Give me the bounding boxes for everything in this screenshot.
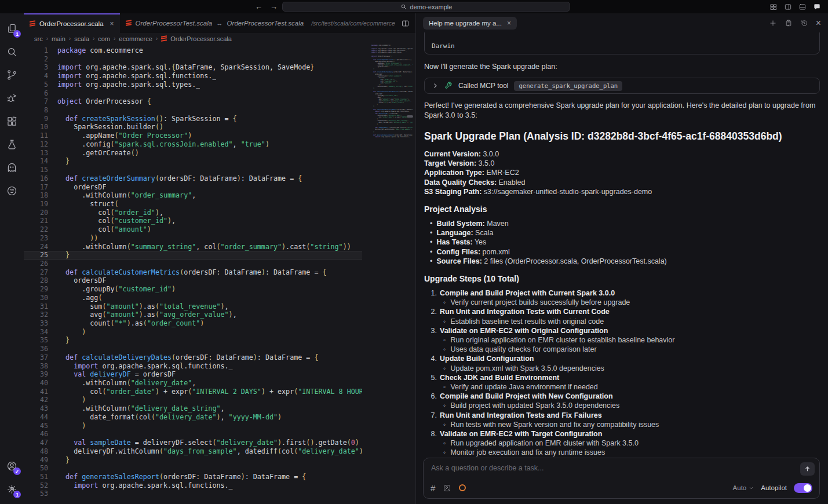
code-line[interactable]: 10 SparkSession.builder() [24,123,362,132]
code-line[interactable]: 30 .agg( [24,294,362,302]
breadcrumb-item[interactable]: ecommerce [119,35,152,42]
code-line[interactable]: 45 ) [24,422,362,430]
code-line[interactable]: 21 col("customer_id"), [24,217,362,225]
code-line[interactable]: 39 val deliveryDF = ordersDF [24,370,362,379]
new-chat-icon[interactable] [769,19,777,27]
code-line[interactable]: 15 [24,166,362,174]
code-line[interactable]: 49 } [24,456,362,465]
breadcrumb-item[interactable]: src [34,35,43,42]
code-line[interactable]: 37 def calculateDeliveryDates(ordersDF: … [24,353,362,362]
code-line[interactable]: 41 col("order_date") + expr("INTERVAL 2 … [24,388,362,396]
code-line[interactable]: 36 [24,345,362,353]
chat-session-tab[interactable]: Help me upgrade my a... × [423,17,517,30]
close-tab-icon[interactable]: × [110,20,114,28]
code-line[interactable]: 38 import org.apache.spark.sql.functions… [24,362,362,371]
breadcrumb-item[interactable]: scala [74,35,89,42]
code-line[interactable]: 11 .appName("Order Processor") [24,132,362,140]
activity-bar-item-kiro-ghost[interactable] [0,156,24,179]
code-line[interactable]: 1package com.ecommerce [24,46,362,55]
code-line[interactable]: 3import org.apache.spark.sql.{DataFrame,… [24,63,362,72]
chat-messages[interactable]: Darwin Now I'll generate the Spark upgra… [416,32,828,458]
code-line[interactable]: 20 col("order_id"), [24,209,362,217]
breadcrumb-item[interactable]: com [98,35,110,42]
code-line[interactable]: 32 avg("amount").as("avg_order_value"), [24,311,362,319]
code-line[interactable]: 23 )) [24,234,362,243]
code-line[interactable]: 28 ordersDF [24,276,362,285]
code-line[interactable]: 13 .getOrCreate() [24,149,362,158]
code-line[interactable]: 8 [24,106,362,115]
code-line[interactable]: 4import org.apache.spark.sql.functions._ [24,72,362,81]
activity-bar-item-test-beaker[interactable] [0,133,24,156]
code-line[interactable]: 18 .withColumn("order_summary", [24,191,362,200]
code-line[interactable]: 9 def createSparkSession(): SparkSession… [24,115,362,123]
mcp-tool-call[interactable]: Called MCP tool generate_spark_upgrade_p… [424,78,820,94]
activity-bar-item-kiro-agent[interactable] [0,179,24,202]
code-line[interactable]: 50 [24,464,362,473]
code-line[interactable]: 6 [24,89,362,98]
code-line[interactable]: 22 col("amount") [24,225,362,234]
code-line[interactable]: 53 [24,490,362,498]
layout-columns-icon[interactable] [784,3,792,11]
code-line[interactable]: 25 } [24,251,362,260]
chat-input-box[interactable]: Ask a question or describe a task... # A… [423,458,820,499]
code-line[interactable]: 43 .withColumn("delivery_date_string", [24,404,362,413]
activity-bar-item-source-control[interactable] [0,63,24,86]
layout-panel-icon[interactable] [798,3,807,11]
autopilot-toggle[interactable] [794,483,812,493]
activity-bar-item-account[interactable]: ✓ [0,454,24,477]
code-line[interactable]: 19 struct( [24,200,362,209]
code-line[interactable]: 17 ordersDF [24,183,362,192]
status-ring-icon[interactable] [459,484,466,491]
forward-arrow-icon[interactable]: → [270,2,278,11]
code-line[interactable]: 35 } [24,336,362,345]
code-line[interactable]: 29 .groupBy("customer_id") [24,285,362,294]
code-line[interactable]: 42 ) [24,396,362,404]
code-line[interactable]: 7object OrderProcessor { [24,97,362,106]
task-list-icon[interactable] [785,19,793,27]
breadcrumb-item[interactable]: main [52,35,65,42]
tool-output-box[interactable]: Darwin [424,32,820,54]
code-line[interactable]: 44 date_format(col("delivery_date"), "yy… [24,413,362,422]
code-line[interactable]: 2 [24,55,362,64]
split-editor-icon[interactable] [401,19,410,28]
back-arrow-icon[interactable]: ← [255,2,262,11]
code-line[interactable]: 12 .config("spark.sql.crossJoin.enabled"… [24,140,362,149]
chat-bubble-icon[interactable] [813,3,821,11]
tab-orderprocessor[interactable]: OrderProcessor.scala × [24,13,120,33]
code-line[interactable]: 33 count("*").as("order_count") [24,319,362,328]
layout-grid-icon[interactable] [769,3,778,11]
code-line[interactable]: 40 .withColumn("delivery_date", [24,379,362,388]
command-search-input[interactable]: demo-example [282,2,570,12]
breadcrumb-file[interactable]: OrderProcessor.scala [170,35,232,42]
code-line[interactable]: 47 val sampleDate = deliveryDF.select("d… [24,439,362,447]
code-line[interactable]: 16 def createOrderSummary(ordersDF: Data… [24,174,362,183]
activity-bar-item-debug[interactable] [0,86,24,109]
code-line[interactable]: 24 .withColumn("summary_string", col("or… [24,243,362,251]
close-icon[interactable]: × [816,19,821,28]
hash-context-icon[interactable]: # [431,483,435,493]
code-line[interactable]: 46 [24,430,362,439]
code-line[interactable]: 14 } [24,157,362,166]
close-chat-tab-icon[interactable]: × [507,19,511,27]
code-line[interactable]: 51 def generateSalesReport(ordersDF: Dat… [24,473,362,481]
code-line[interactable]: 52 import org.apache.spark.sql.functions… [24,481,362,490]
code-line[interactable]: 31 sum("amount").as("total_revenue"), [24,302,362,311]
activity-bar-item-extensions[interactable] [0,109,24,133]
history-icon[interactable] [800,19,808,27]
scrollbar-thumb[interactable] [407,115,413,118]
code-line[interactable]: 27 def calculateCustomerMetrics(ordersDF… [24,268,362,277]
code-line[interactable]: 26 [24,260,362,268]
code-line[interactable]: 48 deliveryDF.withColumn("days_from_samp… [24,447,362,456]
code-line[interactable]: 5import org.apache.spark.sql.types._ [24,81,362,89]
chevron-right-icon[interactable] [432,82,439,89]
activity-bar-item-search[interactable] [0,40,24,63]
activity-bar-item-explorer-copy[interactable]: 1 [0,17,24,40]
code-line[interactable]: 34 ) [24,328,362,337]
activity-bar-item-settings-gear[interactable]: 1 [0,477,24,501]
send-button[interactable] [800,462,815,476]
tab-orderprocessortest-diff[interactable]: OrderProcessorTest.scala ↔ OrderProcesso… [120,13,401,33]
mode-select[interactable]: Auto [733,484,754,491]
context-card-icon[interactable] [443,484,451,492]
code-editor[interactable]: 1package com.ecommerce2 3import org.apac… [24,45,362,504]
minimap[interactable]: package com.ecommerce import org.apache.… [362,45,413,195]
